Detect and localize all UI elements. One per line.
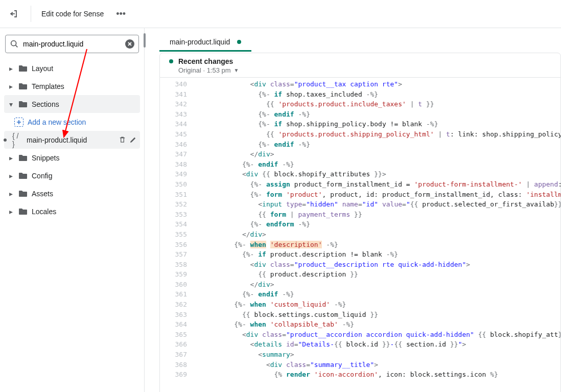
trash-icon (119, 136, 126, 144)
sidebar-resize-handle[interactable] (142, 31, 147, 50)
folder-snippets[interactable]: ▸ Snippets (4, 149, 140, 167)
folder-assets[interactable]: ▸ Assets (4, 185, 140, 202)
chevron-right-icon: ▸ (7, 190, 14, 198)
chevron-down-icon: ▾ (7, 100, 14, 108)
sidebar: ▸ Layout ▸ Templates ▾ Sections Add a ne… (0, 28, 145, 392)
folder-icon (18, 101, 28, 108)
file-tree: ▸ Layout ▸ Templates ▾ Sections Add a ne… (0, 58, 144, 392)
add-section-label: Add a new section (28, 118, 86, 126)
chevron-right-icon: ▸ (7, 154, 14, 162)
divider (31, 6, 31, 22)
folder-label: Templates (32, 82, 137, 90)
exit-button[interactable] (6, 7, 20, 21)
delete-file-button[interactable] (119, 136, 126, 144)
search-icon (10, 39, 19, 49)
folder-layout[interactable]: ▸ Layout (4, 59, 140, 77)
clear-search-button[interactable] (125, 39, 134, 49)
pencil-icon (129, 136, 137, 144)
chevron-right-icon: ▸ (7, 82, 14, 90)
tab-label: main-product.liquid (170, 38, 230, 46)
folder-label: Snippets (32, 154, 137, 162)
add-icon (14, 118, 24, 127)
top-bar: Edit code for Sense ••• (0, 0, 561, 28)
folder-icon (18, 208, 28, 215)
svg-point-0 (11, 41, 16, 46)
chevron-right-icon: ▸ (7, 64, 14, 73)
folder-label: Config (32, 172, 137, 180)
code-content[interactable]: <div class="product__tax caption rte"> {… (192, 78, 560, 392)
folder-templates[interactable]: ▸ Templates (4, 77, 140, 95)
chevron-down-icon: ▼ (234, 67, 239, 73)
file-actions (119, 136, 137, 144)
search-input[interactable] (23, 40, 121, 48)
recent-changes-detail: Original · 1:53 pm (178, 66, 231, 74)
recent-changes-dropdown[interactable]: Original · 1:53 pm ▼ (169, 66, 551, 74)
folder-locales[interactable]: ▸ Locales (4, 202, 140, 220)
folder-icon (18, 65, 28, 72)
folder-label: Assets (32, 190, 137, 198)
tab-main-product[interactable]: main-product.liquid (159, 33, 251, 52)
add-section-button[interactable]: Add a new section (4, 113, 140, 131)
folder-label: Locales (32, 207, 137, 216)
close-icon (127, 41, 132, 47)
chevron-right-icon: ▸ (7, 207, 14, 216)
main-layout: ▸ Layout ▸ Templates ▾ Sections Add a ne… (0, 28, 561, 392)
search-container (0, 28, 144, 58)
page-title: Edit code for Sense (41, 10, 104, 18)
recent-changes-bar: Recent changes Original · 1:53 pm ▼ (159, 53, 561, 78)
folder-icon (18, 190, 28, 197)
folder-label: Sections (32, 100, 137, 108)
more-menu-button[interactable]: ••• (112, 7, 130, 21)
search-field[interactable] (5, 35, 139, 53)
code-editor[interactable]: 3403413423433443453463473483493503513523… (159, 78, 561, 392)
folder-sections[interactable]: ▾ Sections (4, 95, 140, 113)
file-label: main-product.liquid (27, 136, 114, 144)
folder-config[interactable]: ▸ Config (4, 167, 140, 185)
recent-changes-title: Recent changes (178, 57, 233, 65)
unsaved-dot-icon (4, 139, 7, 142)
chevron-right-icon: ▸ (7, 172, 14, 180)
folder-icon (18, 83, 28, 90)
ellipsis-icon: ••• (116, 9, 126, 19)
folder-label: Layout (32, 64, 137, 73)
unsaved-dot-icon (237, 40, 241, 44)
folder-icon (18, 154, 28, 162)
edit-file-button[interactable] (129, 136, 137, 144)
editor-tabs: main-product.liquid (159, 28, 561, 52)
line-number-gutter: 3403413423433443453463473483493503513523… (160, 78, 192, 392)
folder-icon (18, 172, 28, 179)
status-dot-icon (169, 59, 173, 63)
code-file-icon: { / } (12, 136, 22, 144)
file-main-product[interactable]: { / } main-product.liquid (4, 131, 140, 149)
editor-area: main-product.liquid Recent changes Origi… (145, 28, 561, 392)
exit-icon (8, 9, 18, 19)
